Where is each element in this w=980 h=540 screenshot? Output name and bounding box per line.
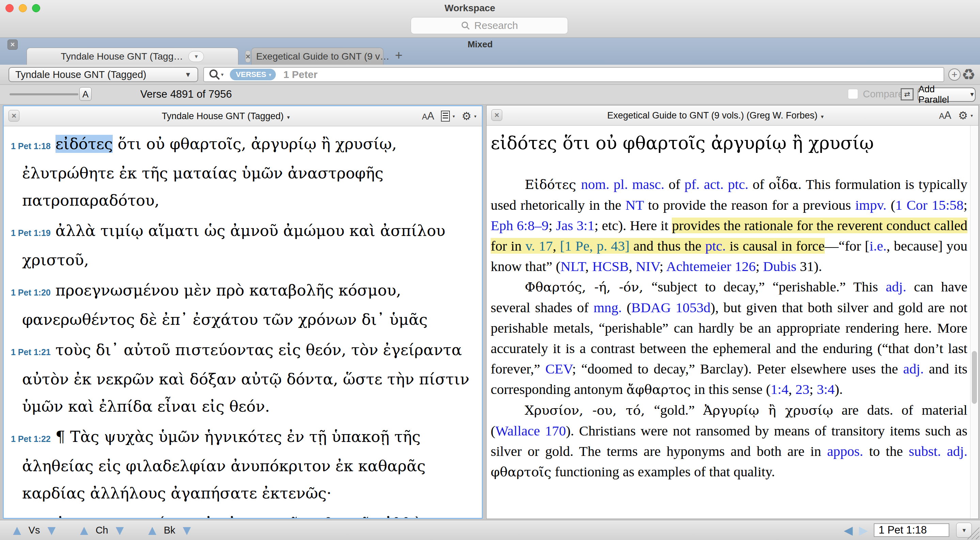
inline-link[interactable]: BDAG 1053d	[631, 300, 711, 315]
verse-slider-track[interactable]	[10, 93, 78, 95]
verse-row[interactable]: 1 Pet 1:23ἀναγεγεννημένοι οὐκ ἐκ σπορᾶς …	[4, 510, 474, 518]
text-segment: (	[886, 197, 895, 213]
inline-link[interactable]: nom. pl. masc.	[581, 176, 664, 192]
font-size-button[interactable]: AA	[422, 110, 434, 122]
inline-link[interactable]: 1:4	[771, 381, 788, 397]
inline-link[interactable]: Dubis	[763, 259, 797, 274]
inline-link[interactable]: NLT	[560, 259, 585, 274]
selected-word[interactable]: εἰδότες	[56, 135, 113, 153]
tab-exegetical-guide[interactable]: × Exegetical Guide to GNT (9 v…	[251, 48, 383, 65]
inline-link[interactable]: [1 Pe, p. 43]	[560, 238, 630, 254]
nav-up-icon[interactable]: ▲	[145, 523, 159, 538]
inline-link[interactable]: 3:4	[817, 381, 835, 397]
add-tab-button[interactable]: +	[395, 48, 402, 63]
research-placeholder: Research	[474, 20, 518, 31]
text-segment: ;	[756, 259, 763, 274]
add-search-tab-button[interactable]: +	[948, 68, 961, 81]
vertical-scrollbar[interactable]	[970, 125, 978, 519]
greek-verse-list[interactable]: 1 Pet 1:18εἰδότες ὅτι οὐ φθαρτοῖς, ἀργυρ…	[4, 126, 482, 518]
inline-link[interactable]: Achtemeier 126	[666, 259, 756, 274]
nav-down-icon[interactable]: ▼	[45, 523, 58, 538]
zoom-window-button[interactable]	[32, 4, 40, 12]
verse-row[interactable]: 1 Pet 1:18εἰδότες ὅτι οὐ φθαρτοῖς, ἀργυρ…	[4, 130, 474, 214]
workspace-zone-bar: × Mixed Tyndale House GNT (Tagg… ▼ × Exe…	[0, 38, 980, 65]
inline-link[interactable]: subst.	[909, 443, 941, 459]
inline-link[interactable]: NT	[625, 197, 644, 213]
verses-scope-pill[interactable]: VERSES ▾	[230, 69, 276, 80]
nav-label: Bk	[164, 525, 175, 536]
nav-up-icon[interactable]: ▲	[10, 523, 24, 538]
inline-link[interactable]: adj.	[947, 443, 967, 459]
compare-checkbox[interactable]	[848, 89, 858, 99]
nav-up-icon[interactable]: ▲	[77, 523, 91, 538]
search-mode-button[interactable]: ▾	[209, 69, 224, 80]
text-segment: ; etc). Here it	[595, 218, 672, 233]
nav-down-icon[interactable]: ▼	[113, 523, 127, 538]
scrollbar-thumb[interactable]	[972, 351, 977, 404]
right-pane-title[interactable]: Exegetical Guide to GNT (9 vols.) (Greg …	[507, 110, 924, 121]
tab-tyndale-gnt[interactable]: Tyndale House GNT (Tagg… ▼	[27, 48, 239, 65]
gear-icon[interactable]: ⚙	[462, 110, 472, 122]
nav-down-icon[interactable]: ▼	[180, 523, 194, 538]
module-select-dropdown[interactable]: Tyndale House GNT (Tagged) ▼	[8, 67, 198, 82]
tab-dropdown-button[interactable]: ▼	[188, 51, 204, 62]
inline-link[interactable]: CEV	[545, 361, 572, 376]
minimize-window-button[interactable]	[19, 4, 27, 12]
left-pane-title[interactable]: Tyndale House GNT (Tagged)▾	[24, 111, 427, 122]
inline-link[interactable]: Wallace 170	[495, 423, 566, 438]
inline-link[interactable]: Eph 6:8–9	[491, 218, 549, 233]
inline-link[interactable]: mng.	[593, 300, 622, 315]
verse-reference[interactable]: 1 Pet 1:19	[11, 228, 51, 238]
reference-input[interactable]	[874, 523, 949, 537]
verse-row[interactable]: 1 Pet 1:19ἀλλὰ τιμίῳ αἵματι ὡς ἀμνοῦ ἀμώ…	[4, 217, 474, 274]
research-search-field[interactable]: Research	[410, 17, 568, 34]
inline-link[interactable]: NIV	[636, 259, 660, 274]
verse-reference[interactable]: 1 Pet 1:20	[11, 288, 51, 297]
inline-link[interactable]: Jas 3:1	[556, 218, 595, 233]
inline-link[interactable]: ptc.	[705, 238, 725, 254]
inline-link[interactable]: 23	[795, 381, 810, 397]
search-icon	[209, 69, 220, 80]
chevron-down-icon: ▾	[221, 71, 224, 78]
verse-reference[interactable]: 1 Pet 1:22	[11, 434, 51, 444]
inline-link[interactable]: 1 Cor 15:58	[895, 197, 963, 213]
inline-link[interactable]: appos.	[827, 443, 863, 459]
search-entry-field[interactable]: ▾ VERSES ▾ 1 Peter	[203, 67, 944, 82]
inline-link[interactable]: pf. act. ptc.	[684, 176, 748, 192]
window-controls	[5, 4, 40, 12]
close-icon: ×	[11, 111, 16, 120]
inline-link[interactable]: adj.	[886, 279, 906, 294]
commentary-paragraphs: Εἰδότες nom. pl. masc. of pf. act. ptc. …	[491, 174, 967, 482]
close-window-button[interactable]	[5, 4, 14, 12]
nav-label: Vs	[29, 525, 40, 536]
pane-close-button[interactable]: ×	[492, 109, 502, 121]
recycle-icon[interactable]: ♻	[962, 65, 975, 84]
text-segment: ¶ Τὰς ψυχὰς ὑμῶν ἡγνικότες ἐν τῇ ὑπακοῇ …	[22, 428, 426, 502]
verse-nav-controls: ▲Vs▼▲Ch▼▲Bk▼	[10, 520, 193, 540]
tab-close-button[interactable]: ×	[245, 51, 251, 63]
swap-panes-icon[interactable]: ⇄	[900, 88, 913, 100]
verse-row[interactable]: 1 Pet 1:21τοὺς δι᾿ αὐτοῦ πιστεύοντας εἰς…	[4, 337, 474, 420]
inline-link[interactable]: impv.	[855, 197, 886, 213]
inline-link[interactable]: adj.	[903, 361, 923, 376]
verse-row[interactable]: 1 Pet 1:22¶ Τὰς ψυχὰς ὑμῶν ἡγνικότες ἐν …	[4, 423, 474, 507]
commentary-body[interactable]: εἰδότες ὅτι οὐ φθαρτοῖς ἀργυρίῳ ἢ χρυσίῳ…	[487, 125, 970, 519]
greek-text-pane: × Tyndale House GNT (Tagged)▾ AA ▾ ⚙ ▾ 1…	[3, 105, 483, 519]
verse-reference[interactable]: 1 Pet 1:18	[11, 141, 51, 151]
window-title: Workspace	[445, 3, 495, 14]
verse-row[interactable]: 1 Pet 1:20προεγνωσμένου μὲν πρὸ καταβολῆ…	[4, 277, 474, 334]
inline-link[interactable]: i.e.	[869, 238, 886, 254]
verse-slider-knob[interactable]: A	[80, 87, 92, 101]
back-icon[interactable]: ◀	[844, 523, 853, 537]
add-parallel-button[interactable]: Add Parallel ▼	[918, 87, 975, 102]
forward-icon[interactable]: ▶	[859, 523, 868, 537]
display-settings-icon[interactable]	[441, 111, 450, 122]
gear-icon[interactable]: ⚙	[958, 109, 968, 122]
pane-close-button[interactable]: ×	[8, 110, 19, 122]
search-query-text[interactable]: 1 Peter	[283, 69, 317, 80]
inline-link[interactable]: HCSB	[592, 259, 628, 274]
verse-reference[interactable]: 1 Pet 1:21	[11, 347, 51, 357]
inline-link[interactable]: v. 17	[525, 238, 553, 254]
font-size-button[interactable]: AA	[939, 109, 951, 122]
reference-dropdown-button[interactable]: ▼	[956, 523, 972, 538]
